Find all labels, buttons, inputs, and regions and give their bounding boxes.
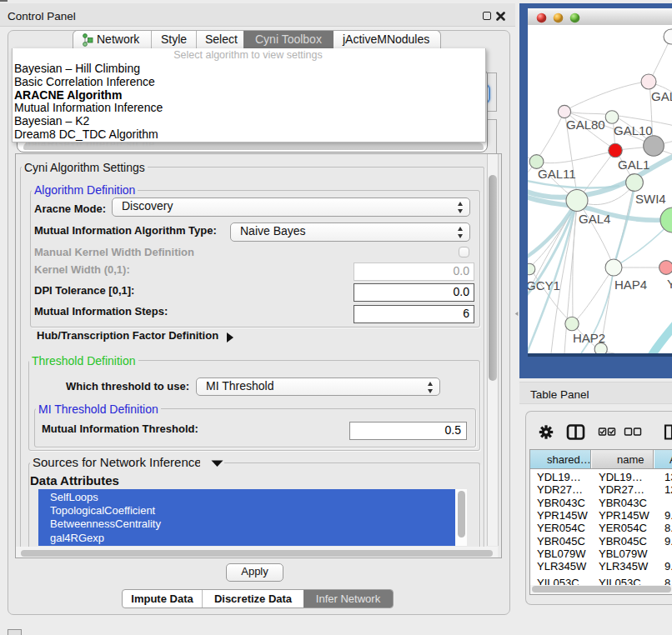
svg-text:GAL11: GAL11 xyxy=(538,167,576,181)
svg-text:SWI4: SWI4 xyxy=(635,192,666,206)
svg-text:HAP4: HAP4 xyxy=(614,278,647,292)
svg-text:Y: Y xyxy=(667,277,672,291)
svg-text:HAP2: HAP2 xyxy=(573,331,605,345)
svg-text:GAL4: GAL4 xyxy=(579,212,610,226)
svg-text:GAL80: GAL80 xyxy=(566,118,605,132)
svg-text:GAL7: GAL7 xyxy=(651,89,672,103)
svg-text:GCY1: GCY1 xyxy=(528,278,560,292)
svg-text:GAL1: GAL1 xyxy=(618,158,649,172)
svg-text:GAL10: GAL10 xyxy=(614,123,653,138)
